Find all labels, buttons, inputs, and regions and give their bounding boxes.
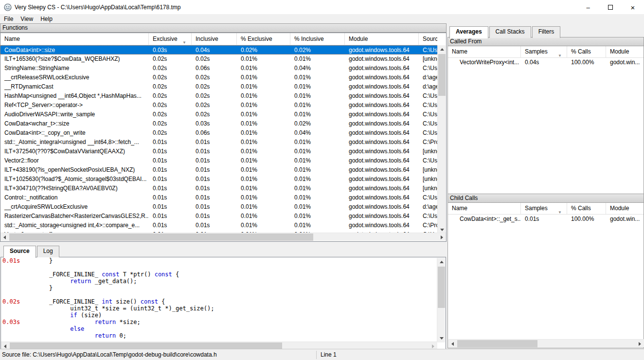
functions-table-rows: CowData<int>::size0.03s0.04s0.02%0.02%go… — [0, 45, 437, 234]
table-row[interactable]: RasterizerCanvasBatcher<RasterizerCanvas… — [0, 212, 437, 221]
scroll-up-icon[interactable] — [437, 258, 446, 266]
cell: 0.01% — [237, 175, 290, 184]
scroll-right-icon[interactable] — [438, 233, 446, 241]
called-from-header: Name Samples▼ % Calls Module — [448, 46, 644, 58]
cell: 0.02% — [290, 119, 345, 128]
column-header-name[interactable]: Name — [448, 46, 521, 58]
cell: godot.windows.tools.64 — [345, 184, 419, 193]
table-row[interactable]: ILT+372540(??0?$CowDataVVariantQEAAXZ)0.… — [0, 147, 437, 156]
tab-averages[interactable]: Averages — [449, 26, 488, 38]
source-vertical-scrollbar[interactable] — [437, 258, 445, 342]
close-button[interactable]: × — [622, 0, 644, 15]
cell: 0.03s — [149, 46, 192, 55]
cell: 0.01s — [192, 193, 237, 202]
table-row[interactable]: std::_Atomic_storage<unsigned int,4>::co… — [0, 221, 437, 230]
scrollbar-thumb[interactable] — [438, 54, 446, 96]
cell: __crtReleaseSRWLockExclusive — [0, 73, 149, 82]
scrollbar-thumb[interactable] — [438, 267, 445, 308]
cell: 0.02s — [192, 101, 237, 110]
table-row[interactable]: HashMap<unsigned __int64,Object *,HashMa… — [0, 91, 437, 101]
column-header-pct-calls[interactable]: % Calls — [567, 203, 606, 215]
tab-log[interactable]: Log — [37, 246, 59, 257]
column-header-module[interactable]: Module — [606, 46, 644, 58]
scroll-down-icon[interactable] — [437, 334, 446, 342]
table-row[interactable]: AudioDriverWASAPI::write_sample0.02s0.02… — [0, 110, 437, 119]
table-row[interactable]: VectorWriteProxy<int...0.04s100.00%godot… — [448, 58, 644, 68]
column-header-source[interactable]: Source — [419, 33, 437, 45]
column-header-samples[interactable]: Samples▼ — [521, 203, 567, 215]
column-header-inclusive[interactable]: Inclusive — [192, 33, 237, 45]
code-line: return _get_data(); — [1, 278, 437, 285]
tab-filters[interactable]: Filters — [532, 26, 561, 38]
menu-help[interactable]: Help — [37, 15, 56, 23]
table-row[interactable]: __RTDynamicCast0.02s0.02s0.01%0.01%godot… — [0, 82, 437, 91]
table-row[interactable]: __crtReleaseSRWLockExclusive0.02s0.02s0.… — [0, 73, 437, 82]
cell: 0.02% — [237, 46, 290, 55]
scroll-left-icon[interactable] — [448, 340, 457, 348]
cell: 0.01s — [149, 165, 192, 175]
scrollbar-thumb[interactable] — [457, 340, 537, 347]
minimize-button[interactable]: – — [577, 0, 599, 15]
column-header-pct-calls[interactable]: % Calls — [567, 46, 606, 58]
scroll-up-icon[interactable] — [438, 45, 446, 54]
code-line: return 0; — [1, 332, 437, 339]
child-calls-rows: CowData<int>::_get_s...0.01s100.00%godot… — [448, 215, 644, 224]
cell: C:\User — [419, 156, 437, 165]
column-header-module[interactable]: Module — [345, 33, 419, 45]
cell: 0.01% — [290, 54, 345, 64]
table-row[interactable]: ILT+438190(?is_openNetSocketPosixUEBA_NX… — [0, 165, 437, 175]
cell: 0.01% — [290, 82, 345, 91]
table-row[interactable]: ILT+304710(??HStringQEBA?AV0AEBV0Z)0.01s… — [0, 184, 437, 193]
table-row[interactable]: CowData<int>::_get_s...0.01s100.00%godot… — [448, 215, 644, 224]
child-calls-caption: Child Calls — [448, 194, 644, 203]
table-row[interactable]: StringName::StringName0.02s0.06s0.01%0.0… — [0, 64, 437, 73]
scrollbar-thumb[interactable] — [9, 234, 313, 241]
table-row[interactable]: ILT+165360(?size?$CowData_WQEBAHXZ)0.02s… — [0, 54, 437, 64]
table-row[interactable]: std::_Atomic_integral<unsigned __int64,8… — [0, 138, 437, 147]
tab-source[interactable]: Source — [3, 246, 36, 258]
column-header-exclusive[interactable]: Exclusive▼ — [149, 33, 192, 45]
child-calls-horizontal-scrollbar[interactable] — [448, 339, 644, 347]
cell: 0.01% — [237, 165, 290, 175]
cell: 0.01% — [290, 221, 345, 230]
table-row[interactable]: Control::_notification0.01s0.01s0.01%0.0… — [0, 193, 437, 202]
table-row[interactable]: ILT+1025630(?load?$_Atomic_storagel$03st… — [0, 175, 437, 184]
maximize-button[interactable] — [599, 0, 622, 15]
cell: ILT+438190(?is_openNetSocketPosixUEBA_NX… — [0, 165, 149, 175]
functions-vertical-scrollbar[interactable] — [437, 45, 446, 234]
title-bar[interactable]: Very Sleepy CS - C:\Users\Hugo\AppData\L… — [0, 0, 644, 15]
cell: godot.windows.tools.64 — [345, 54, 419, 64]
cell: [unknow — [419, 175, 437, 184]
table-row[interactable]: CowData<wchar_t>::size0.02s0.03s0.01%0.0… — [0, 119, 437, 128]
table-row[interactable]: __crtAcquireSRWLockExclusive0.01s0.01s0.… — [0, 202, 437, 212]
functions-horizontal-scrollbar[interactable] — [0, 233, 446, 241]
tab-call-stacks[interactable]: Call Stacks — [489, 26, 531, 38]
child-calls-table: Name Samples▼ % Calls Module CowData<int… — [448, 203, 644, 340]
column-header-module[interactable]: Module — [606, 203, 644, 215]
column-header-samples[interactable]: Samples▼ — [521, 46, 567, 58]
status-source-file: Source file: C:\Users\Hugo\AppData\Local… — [0, 351, 217, 358]
cell: 0.01s — [149, 184, 192, 193]
column-header-pct-exclusive[interactable]: % Exclusive — [237, 33, 290, 45]
cell: 0.01% — [237, 147, 290, 156]
called-from-panel: Called From Name Samples▼ % Calls Module… — [447, 37, 644, 214]
menu-view[interactable]: View — [17, 15, 36, 23]
column-header-name[interactable]: Name — [0, 33, 149, 45]
table-row[interactable]: Ref<TCP_Server>::operator->0.02s0.02s0.0… — [0, 101, 437, 110]
cell: godot.windows.tools.64 — [345, 101, 419, 110]
cell: 0.01s — [521, 215, 567, 224]
cell: C:\Prog — [419, 138, 437, 147]
cell: 0.01s — [192, 202, 237, 212]
source-code-area[interactable]: 0.01s } _FORCE_INLINE_ const T *ptr() co… — [1, 257, 437, 339]
table-row[interactable]: CowData<int>::size0.03s0.04s0.02%0.02%go… — [0, 45, 437, 54]
scroll-right-icon[interactable] — [636, 340, 644, 348]
cell: 0.01% — [290, 212, 345, 221]
column-header-pct-inclusive[interactable]: % Inclusive — [290, 33, 345, 45]
cell: 0.01s — [149, 221, 192, 230]
scroll-left-icon[interactable] — [0, 233, 9, 241]
menu-file[interactable]: File — [0, 15, 17, 23]
column-header-name[interactable]: Name — [448, 203, 521, 215]
table-row[interactable]: Vector2::floor0.01s0.01s0.01%0.01%godot.… — [0, 156, 437, 165]
cell: 0.01% — [237, 91, 290, 101]
table-row[interactable]: CowData<int>::_copy_on_write0.02s0.06s0.… — [0, 128, 437, 138]
